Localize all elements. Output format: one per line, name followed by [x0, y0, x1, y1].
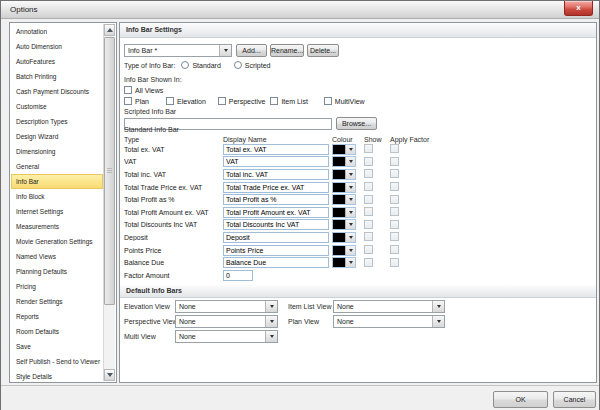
colour-dropdown-button[interactable] [345, 183, 355, 192]
sidebar-item-named-views[interactable]: Named Views [11, 249, 103, 264]
checkbox-all-views-box[interactable] [124, 86, 132, 94]
checkbox-plan[interactable]: Plan [124, 97, 149, 105]
sidebar-item-batch-printing[interactable]: Batch Printing [11, 69, 103, 84]
sidebar-item-cash-payment-discounts[interactable]: Cash Payment Discounts [11, 84, 103, 99]
radio-standard-icon[interactable] [181, 61, 189, 69]
colour-dropdown-button[interactable] [345, 170, 355, 179]
checkbox-multiview[interactable]: MultiView [324, 97, 365, 105]
checkbox-all-views[interactable]: All Views [124, 86, 163, 94]
colour-swatch [333, 246, 345, 255]
sidebar-scrollbar[interactable] [103, 24, 115, 381]
display-name-input[interactable] [223, 245, 329, 256]
colour-dropdown-button[interactable] [345, 145, 355, 154]
checkbox-perspective-box[interactable] [218, 97, 226, 105]
title-bar[interactable]: Options x [1, 1, 599, 19]
colour-picker[interactable] [332, 194, 356, 205]
sidebar-item-reports[interactable]: Reports [11, 309, 103, 324]
elevation-view-combo[interactable]: None [175, 300, 278, 313]
scroll-down-button[interactable] [104, 369, 115, 381]
sidebar-item-autofeatures[interactable]: AutoFeatures [11, 54, 103, 69]
checkbox-perspective[interactable]: Perspective [218, 97, 266, 105]
combo-dropdown-button[interactable] [432, 316, 444, 327]
default-view-label: Multi View [124, 333, 175, 340]
checkbox-multiview-box[interactable] [324, 97, 332, 105]
sidebar-item-auto-dimension[interactable]: Auto Dimension [11, 39, 103, 54]
sidebar-item-info-block[interactable]: Info Block [11, 189, 103, 204]
colour-dropdown-button[interactable] [345, 220, 355, 229]
radio-scripted[interactable]: Scripted [234, 61, 271, 69]
colour-dropdown-button[interactable] [345, 157, 355, 166]
combo-value: None [176, 318, 265, 325]
sidebar-item-design-wizard[interactable]: Design Wizard [11, 129, 103, 144]
item-list-view-combo[interactable]: None [333, 300, 445, 313]
sidebar-item-measurements[interactable]: Measurements [11, 219, 103, 234]
sidebar-item-render-settings[interactable]: Render Settings [11, 294, 103, 309]
checkbox-elevation[interactable]: Elevation [166, 97, 206, 105]
combo-dropdown-button[interactable] [219, 45, 231, 56]
sidebar-item-movie-generation-settings[interactable]: Movie Generation Settings [11, 234, 103, 249]
colour-picker[interactable] [332, 182, 356, 193]
colour-dropdown-button[interactable] [345, 208, 355, 217]
info-bar-row: Deposit [120, 231, 596, 244]
colour-dropdown-button[interactable] [345, 233, 355, 242]
combo-dropdown-button[interactable] [265, 301, 277, 312]
radio-scripted-icon[interactable] [234, 61, 242, 69]
display-name-input[interactable] [223, 144, 329, 155]
sidebar-item-general[interactable]: General [11, 159, 103, 174]
scrollbar-thumb[interactable] [104, 37, 115, 305]
colour-dropdown-button[interactable] [345, 246, 355, 255]
combo-dropdown-button[interactable] [432, 301, 444, 312]
sidebar-item-self-publish-send-to-viewer[interactable]: Self Publish - Send to Viewer [11, 354, 103, 369]
info-bar-combo[interactable]: Info Bar * [124, 44, 232, 57]
browse-button[interactable]: Browse... [336, 117, 377, 130]
display-name-input[interactable] [223, 232, 329, 243]
plan-view-combo[interactable]: None [333, 315, 445, 328]
rename-button[interactable]: Rename... [270, 44, 304, 57]
colour-picker[interactable] [332, 169, 356, 180]
scroll-up-button[interactable] [104, 24, 115, 36]
colour-picker[interactable] [332, 257, 356, 268]
colour-picker[interactable] [332, 144, 356, 155]
sidebar-item-room-defaults[interactable]: Room Defaults [11, 324, 103, 339]
colour-picker[interactable] [332, 156, 356, 167]
factor-amount-input[interactable] [223, 270, 253, 281]
sidebar-item-pricing[interactable]: Pricing [11, 279, 103, 294]
checkbox-item-list-box[interactable] [270, 97, 278, 105]
combo-dropdown-button[interactable] [265, 316, 277, 327]
colour-picker[interactable] [332, 232, 356, 243]
sidebar-item-planning-defaults[interactable]: Planning Defaults [11, 264, 103, 279]
checkbox-item-list[interactable]: Item List [270, 97, 307, 105]
colour-dropdown-button[interactable] [345, 258, 355, 267]
colour-picker[interactable] [332, 207, 356, 218]
sidebar-item-style-details[interactable]: Style Details [11, 369, 103, 381]
colour-picker[interactable] [332, 219, 356, 230]
add-button[interactable]: Add... [236, 44, 267, 57]
sidebar-item-save[interactable]: Save [11, 339, 103, 354]
radio-standard[interactable]: Standard [181, 61, 220, 69]
display-name-input[interactable] [223, 169, 329, 180]
multi-view-combo[interactable]: None [175, 330, 278, 343]
combo-dropdown-button[interactable] [265, 331, 277, 342]
sidebar-item-description-types[interactable]: Description Types [11, 114, 103, 129]
checkbox-elevation-box[interactable] [166, 97, 174, 105]
sidebar-item-dimensioning[interactable]: Dimensioning [11, 144, 103, 159]
cancel-button[interactable]: Cancel [553, 391, 596, 408]
display-name-input[interactable] [223, 194, 329, 205]
sidebar-item-info-bar[interactable]: Info Bar [11, 174, 103, 189]
sidebar-item-internet-settings[interactable]: Internet Settings [11, 204, 103, 219]
display-name-input[interactable] [223, 207, 329, 218]
perspective-view-combo[interactable]: None [175, 315, 278, 328]
close-icon[interactable]: x [564, 1, 593, 16]
colour-picker[interactable] [332, 245, 356, 256]
sidebar-item-customise[interactable]: Customise [11, 99, 103, 114]
display-name-input[interactable] [223, 219, 329, 230]
checkbox-plan-box[interactable] [124, 97, 132, 105]
all-views-row: All Views [124, 86, 163, 95]
ok-button[interactable]: OK [493, 391, 548, 408]
display-name-input[interactable] [223, 182, 329, 193]
display-name-input[interactable] [223, 156, 329, 167]
sidebar-item-annotation[interactable]: Annotation [11, 24, 103, 39]
delete-button[interactable]: Delete... [307, 44, 339, 57]
colour-dropdown-button[interactable] [345, 195, 355, 204]
display-name-input[interactable] [223, 257, 329, 268]
